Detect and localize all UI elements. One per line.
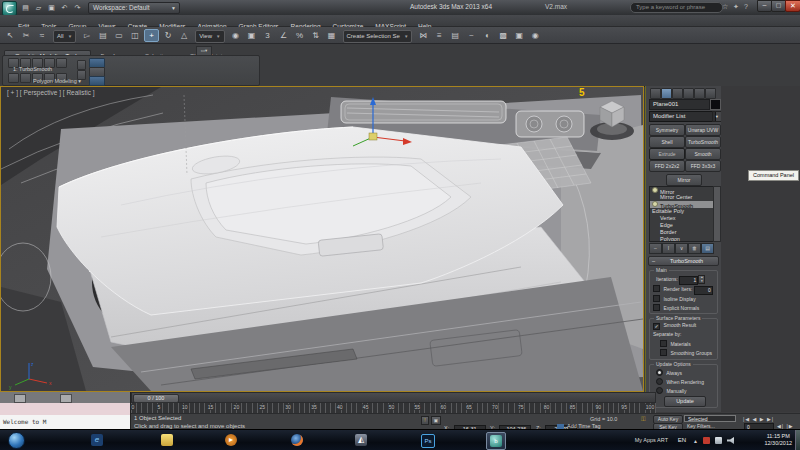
modify-tab-icon[interactable] [661, 88, 672, 99]
utilities-tab-icon[interactable] [705, 88, 716, 99]
stack-scrollbar[interactable] [713, 186, 721, 242]
start-button[interactable] [8, 432, 25, 449]
stack-item-vertex[interactable]: Vertex [650, 215, 713, 222]
stack-up-icon[interactable] [77, 60, 86, 70]
modifier-list-dropdown[interactable]: Modifier List [649, 111, 716, 122]
materials-checkbox[interactable] [660, 340, 667, 347]
render-iters-checkbox[interactable] [653, 285, 660, 292]
taskbar-photoshop[interactable]: Ps [418, 432, 436, 448]
create-tab-icon[interactable] [650, 88, 661, 99]
pin-stack-icon[interactable] [8, 73, 19, 83]
bind-to-space-warp-icon[interactable]: ≈ [35, 29, 49, 42]
select-and-manipulate-icon[interactable]: ◉ [229, 29, 243, 42]
taskbar-media-player[interactable]: ▸ [222, 432, 240, 448]
iterations-spinner[interactable]: ▴▾ [698, 275, 705, 284]
update-button[interactable]: Update [664, 396, 706, 407]
viewport-label[interactable]: [ + ] [ Perspective ] [ Realistic ] [7, 89, 95, 96]
modifier-bulb-icon[interactable] [652, 201, 658, 207]
open-file-icon[interactable]: ▱ [33, 2, 44, 13]
3dsmax-app-logo-icon[interactable] [2, 1, 17, 16]
isoline-checkbox[interactable] [653, 295, 660, 302]
modifier-button-extrude[interactable]: Extrude [649, 148, 685, 160]
window-crossing-icon[interactable]: ◫ [128, 29, 142, 42]
keyboard-shortcut-override-icon[interactable]: ▣ [245, 29, 259, 42]
selection-set-dropdown[interactable]: Selected [684, 415, 736, 422]
gizmo-center-handle[interactable] [369, 133, 377, 140]
display-tab-icon[interactable] [694, 88, 705, 99]
render-iters-field[interactable]: 0 [694, 286, 713, 295]
listener-window-icon[interactable] [60, 394, 72, 403]
modifier-button-smooth[interactable]: Smooth [685, 148, 721, 160]
when-rendering-radio[interactable] [656, 378, 663, 385]
window-maximize-button[interactable]: ▢ [771, 0, 786, 12]
ribbon-panel-footer[interactable]: Polygon Modeling ▾ [33, 78, 81, 84]
remove-modifier-icon[interactable]: 🗑 [688, 243, 701, 254]
stack-item-mirror-center[interactable]: Mirror Center [650, 194, 713, 201]
smoothing-groups-checkbox[interactable] [660, 349, 667, 356]
object-name-field[interactable]: Plane001 [649, 99, 710, 110]
selection-lock-icon[interactable]: ! [421, 416, 429, 425]
modifier-bulb-icon[interactable] [652, 187, 658, 193]
graph-editors-icon[interactable]: ~ [464, 29, 478, 42]
tray-expand-icon[interactable]: ▲ [693, 438, 698, 444]
mirror-icon[interactable]: ⋈ [416, 29, 430, 42]
smooth-toggle-icon[interactable] [89, 76, 105, 86]
stack-item-editable-poly[interactable]: Editable Poly [650, 208, 713, 215]
rollout-header[interactable]: – TurboSmooth [648, 256, 719, 266]
material-editor-icon[interactable]: ◐ [480, 29, 494, 42]
named-selection-dropdown[interactable]: Create Selection Se▼ [343, 30, 413, 43]
select-and-move-icon[interactable]: + [144, 29, 159, 42]
search-input[interactable]: Type a keyword or phrase [630, 2, 723, 13]
playback-controls[interactable]: |◀ ◀ ▶ ▶| [743, 416, 774, 422]
taskbar-photo-viewer[interactable]: ◭ [352, 432, 370, 448]
selection-filter-dropdown[interactable]: All▼ [53, 30, 76, 43]
select-object-icon[interactable]: ▻ [80, 29, 94, 42]
communication-center-icon[interactable]: ✦ [733, 3, 739, 11]
tray-alert-icon[interactable] [703, 437, 710, 444]
modifier-button-turbosmooth[interactable]: TurboSmooth [685, 136, 721, 148]
object-color-swatch[interactable] [710, 99, 721, 110]
angle-snap-icon[interactable]: ∠ [277, 29, 291, 42]
snaps-toggle-icon[interactable]: 3 [261, 29, 275, 42]
show-end-result-icon[interactable]: I [662, 243, 675, 254]
time-slider[interactable]: 0 / 100 [131, 392, 656, 403]
align-icon[interactable]: ≡ [432, 29, 446, 42]
taskbar-3dsmax-active[interactable]: b [486, 432, 506, 450]
redo-icon[interactable]: ↷ [72, 2, 83, 13]
stack-down-icon[interactable] [77, 70, 86, 80]
modifier-button-shell[interactable]: Shell [649, 136, 685, 148]
rectangular-selection-region-icon[interactable]: ▭ [112, 29, 126, 42]
language-indicator[interactable]: EN [678, 437, 686, 443]
stack-item-border[interactable]: Border [650, 229, 713, 236]
volume-icon[interactable] [727, 437, 734, 444]
configure-modifier-sets-icon[interactable]: ▤ [701, 243, 714, 254]
save-file-icon[interactable]: ▣ [46, 2, 57, 13]
render-setup-icon[interactable]: ▩ [496, 29, 510, 42]
track-bar[interactable]: 0510152025303540455055606570758085909510… [131, 403, 656, 413]
taskbar-firefox[interactable] [288, 432, 306, 448]
reference-coordinate-dropdown[interactable]: View▼ [195, 30, 224, 43]
polygon-mode-icon[interactable] [56, 58, 67, 68]
spinner-snap-icon[interactable]: ⇅ [309, 29, 323, 42]
pin-stack-icon[interactable]: – [649, 243, 662, 254]
stack-item-turbosmooth[interactable]: TurboSmooth [650, 201, 713, 208]
show-end-result-icon[interactable] [20, 73, 31, 83]
hierarchy-tab-icon[interactable] [672, 88, 683, 99]
stack-item-mirror[interactable]: Mirror [650, 187, 713, 194]
modifier-button-ffd-3x3x3[interactable]: FFD 3x3x3 [685, 160, 721, 172]
smooth-result-checkbox[interactable]: ✓ [653, 323, 660, 330]
modifier-button-mirror[interactable]: Mirror [666, 174, 702, 186]
render-frame-icon[interactable]: ▣ [512, 29, 526, 42]
window-minimize-button[interactable]: – [757, 0, 772, 12]
taskbar-internet-explorer[interactable]: e [88, 432, 106, 448]
window-close-button[interactable]: ✕ [785, 0, 800, 12]
select-and-link-icon[interactable]: ↖ [3, 29, 17, 42]
unlink-selection-icon[interactable]: ✂ [19, 29, 33, 42]
explicit-normals-checkbox[interactable] [653, 304, 660, 311]
taskbar-clock[interactable]: 11:15 PM 12/30/2012 [764, 433, 792, 447]
modifier-button-symmetry[interactable]: Symmetry [649, 124, 685, 136]
perspective-viewport[interactable]: x y z [ + ] [ Perspective ] [ Realistic … [0, 86, 644, 392]
absolute-mode-icon[interactable]: ▣ [431, 416, 441, 425]
taskbar-explorer[interactable] [158, 432, 176, 448]
new-scene-icon[interactable]: ▤ [20, 2, 31, 13]
